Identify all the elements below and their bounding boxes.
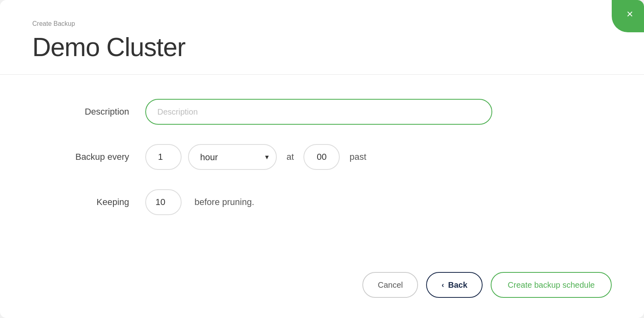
backup-interval-input[interactable] [145,144,182,170]
keeping-row: Keeping before pruning. [32,189,612,215]
before-pruning-label: before pruning. [188,197,254,207]
at-minutes-input[interactable] [303,144,340,170]
keeping-label: Keeping [32,197,145,207]
modal: × Create Backup Demo Cluster Description… [0,0,644,318]
backup-every-row: Backup every minute hour day week ▾ at p… [32,144,612,170]
header: Create Backup Demo Cluster [0,0,644,74]
create-backup-schedule-button[interactable]: Create backup schedule [491,272,612,298]
keeping-input[interactable] [145,189,182,215]
footer-actions: Cancel ‹ Back Create backup schedule [0,264,644,318]
breadcrumb: Create Backup [32,20,612,27]
description-label: Description [32,107,145,117]
backup-controls: minute hour day week ▾ at past [145,144,370,170]
cancel-button[interactable]: Cancel [362,272,418,298]
back-label: Back [448,280,467,290]
period-select[interactable]: minute hour day week [188,144,277,170]
past-label: past [346,152,370,162]
at-label: at [283,152,297,162]
description-row: Description [32,99,612,125]
keeping-controls: before pruning. [145,189,254,215]
chevron-left-icon: ‹ [441,281,444,289]
back-button[interactable]: ‹ Back [426,272,483,298]
close-button[interactable]: × [612,0,644,32]
description-input[interactable] [145,99,492,125]
backup-every-label: Backup every [32,152,145,162]
page-title: Demo Cluster [32,32,612,62]
period-select-wrapper: minute hour day week ▾ [188,144,277,170]
form-content: Description Backup every minute hour day… [0,75,644,264]
close-icon: × [627,8,633,20]
